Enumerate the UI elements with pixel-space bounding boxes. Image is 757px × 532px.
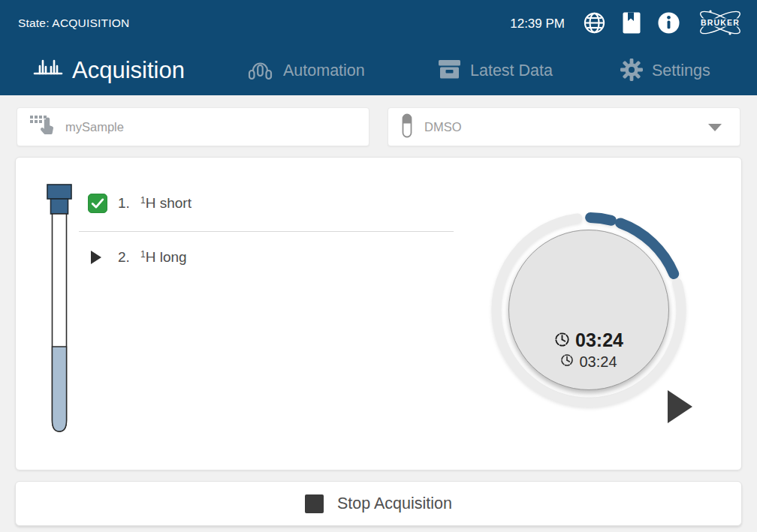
acquisition-app: State: ACQUISITION 12:39 PM (0, 0, 757, 532)
clock-icon (554, 332, 570, 350)
stop-acquisition-label: Stop Acquisition (337, 494, 452, 513)
info-button[interactable] (657, 11, 680, 37)
acquisition-card: 1. 1H short 2. 1H long (15, 157, 742, 470)
solvent-tube-icon (402, 113, 412, 141)
language-button[interactable] (583, 11, 606, 37)
bruker-logo: BRUKER (695, 6, 745, 42)
info-icon (657, 11, 680, 37)
globe-icon (583, 11, 606, 37)
touch-input-icon (29, 113, 53, 140)
experiment-time-remaining: 03:24 (554, 331, 623, 350)
experiment-2-number: 2. (118, 249, 137, 266)
experiment-2-name: 1H long (140, 249, 187, 266)
acquisition-progress-ring: 03:24 03:24 (487, 209, 690, 411)
solvent-select[interactable]: DMSO (388, 107, 740, 146)
bruker-logo-text: BRUKER (701, 18, 740, 27)
spectrum-icon (33, 57, 63, 85)
tab-settings-label: Settings (652, 62, 710, 80)
tab-acquisition[interactable]: Acquisition (33, 48, 185, 93)
total-time-remaining: 03:24 (560, 353, 617, 369)
check-icon (89, 195, 106, 212)
tab-acquisition-label: Acquisition (72, 57, 185, 84)
solvent-selected-value: DMSO (424, 120, 462, 134)
clock-small-icon (560, 353, 574, 369)
tab-latest-data[interactable]: Latest Data (438, 48, 553, 93)
timer-disc: 03:24 03:24 (508, 230, 669, 390)
chevron-down-icon (708, 124, 722, 131)
header-toolbar: 12:39 PM (510, 8, 745, 41)
gear-icon (620, 59, 643, 83)
experiment-1-checkbox-done[interactable] (88, 194, 107, 213)
experiment-2-current-icon (91, 251, 101, 264)
book-bookmark-icon (621, 11, 642, 37)
experiment-1-number: 1. (118, 195, 137, 212)
nmr-tube-graphic (41, 183, 78, 438)
stop-icon (305, 494, 324, 513)
experiment-list-divider (79, 231, 454, 232)
experiment-1-name: 1H short (140, 195, 192, 212)
experiment-row-2[interactable]: 2. 1H long (88, 246, 187, 269)
header-bar: State: ACQUISITION 12:39 PM (0, 0, 757, 95)
archive-box-icon (438, 59, 461, 83)
experiment-row-1[interactable]: 1. 1H short (88, 192, 192, 215)
play-button[interactable] (668, 390, 692, 423)
manual-button[interactable] (621, 11, 642, 37)
current-time: 12:39 PM (510, 17, 565, 32)
tab-latest-data-label: Latest Data (470, 62, 553, 80)
tab-settings[interactable]: Settings (620, 48, 710, 93)
instrument-state-label: State: ACQUISITION (18, 17, 129, 30)
sample-name-input[interactable]: mySample (17, 107, 369, 146)
sample-name-value: mySample (65, 120, 124, 134)
tab-automation-label: Automation (283, 62, 365, 80)
stop-acquisition-button[interactable]: Stop Acquisition (15, 481, 742, 526)
tab-automation[interactable]: Automation (246, 48, 365, 93)
sample-changer-icon (246, 58, 274, 83)
